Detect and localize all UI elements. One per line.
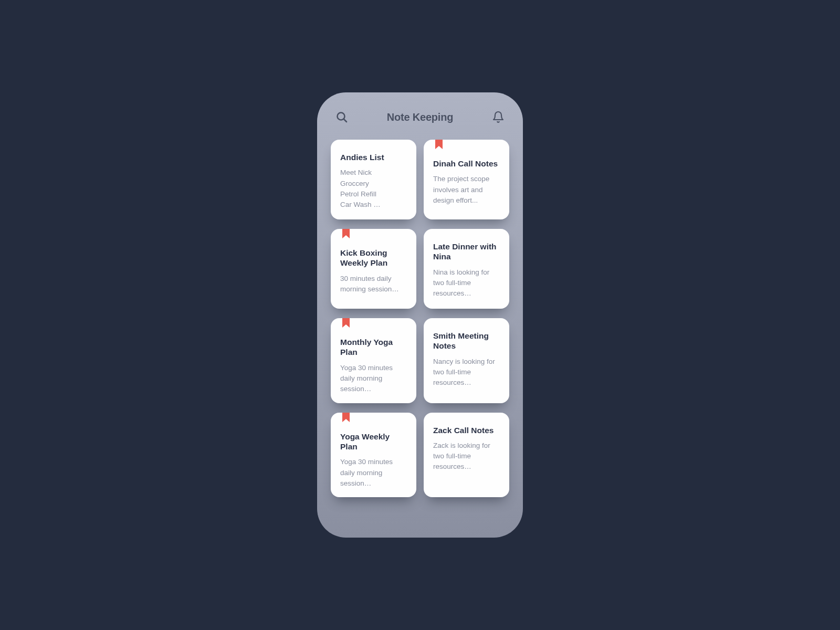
note-card[interactable]: Andies ListMeet NickGrocceryPetrol Refil…: [331, 140, 416, 219]
note-body: Meet NickGrocceryPetrol RefillCar Wash …: [340, 167, 407, 210]
note-body: Zack is looking for two full-time resour…: [433, 440, 500, 472]
note-list-line: Petrol Refill: [340, 189, 407, 200]
note-title: Yoga Weekly Plan: [340, 432, 407, 452]
notes-grid: Andies ListMeet NickGrocceryPetrol Refil…: [317, 133, 523, 497]
app-header: Note Keeping: [317, 92, 523, 133]
phone-frame: Note Keeping Andies ListMeet NickGroccer…: [317, 92, 523, 538]
note-list-line: Car Wash …: [340, 200, 407, 210]
search-icon[interactable]: [335, 110, 349, 124]
note-body: Nina is looking for two full-time resour…: [433, 267, 500, 299]
note-title: Monthly Yoga Plan: [340, 337, 407, 358]
note-body: The project scope involves art and desig…: [433, 174, 500, 206]
page-title: Note Keeping: [387, 111, 454, 123]
note-title: Kick Boxing Weekly Plan: [340, 248, 407, 268]
bookmark-icon: [342, 229, 350, 239]
note-title: Andies List: [340, 152, 407, 162]
svg-line-1: [344, 119, 347, 122]
note-title: Dinah Call Notes: [433, 159, 500, 169]
note-title: Smith Meeting Notes: [433, 331, 500, 351]
note-title: Late Dinner with Nina: [433, 242, 500, 262]
note-card[interactable]: Yoga Weekly PlanYoga 30 minutes daily mo…: [331, 413, 416, 498]
note-card[interactable]: Dinah Call NotesThe project scope involv…: [424, 140, 509, 219]
note-body: Yoga 30 minutes daily morning session…: [340, 363, 407, 395]
note-card[interactable]: Smith Meeting NotesNancy is looking for …: [424, 318, 509, 403]
bell-icon[interactable]: [491, 110, 505, 124]
note-list-line: Meet Nick: [340, 167, 407, 178]
note-body: Nancy is looking for two full-time resou…: [433, 356, 500, 388]
note-body: Yoga 30 minutes daily morning session…: [340, 457, 407, 489]
note-card[interactable]: Zack Call NotesZack is looking for two f…: [424, 413, 509, 498]
note-title: Zack Call Notes: [433, 425, 500, 435]
bookmark-icon: [342, 318, 350, 329]
note-card[interactable]: Monthly Yoga PlanYoga 30 minutes daily m…: [331, 318, 416, 403]
note-card[interactable]: Kick Boxing Weekly Plan30 minutes daily …: [331, 229, 416, 309]
note-list-line: Groccery: [340, 178, 407, 189]
note-card[interactable]: Late Dinner with NinaNina is looking for…: [424, 229, 509, 309]
note-body: 30 minutes daily morning session…: [340, 274, 407, 295]
bookmark-icon: [435, 140, 443, 150]
bookmark-icon: [342, 413, 350, 423]
